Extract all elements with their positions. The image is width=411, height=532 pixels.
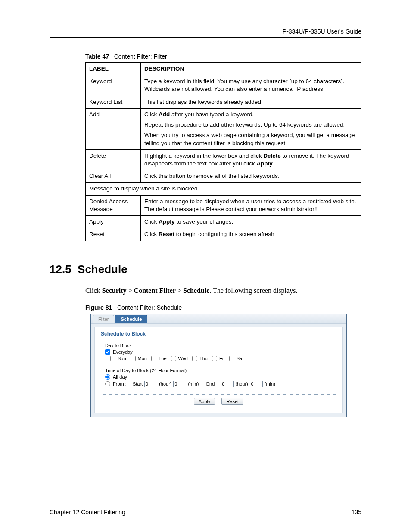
start-hour-input[interactable] <box>144 381 157 387</box>
cell-span: Message to display when a site is blocke… <box>86 183 361 195</box>
th-description: DESCRIPTION <box>141 63 361 75</box>
start-label: Start <box>133 381 143 386</box>
cell-label: Keyword List <box>86 96 141 108</box>
tue-checkbox[interactable] <box>151 356 156 361</box>
reset-button[interactable]: Reset <box>221 398 243 405</box>
everyday-label: Everyday <box>113 349 133 355</box>
figure-caption: Figure 81 Content Filter: Schedule <box>85 304 361 311</box>
sat-checkbox[interactable] <box>229 356 234 361</box>
everyday-row: Everyday <box>105 349 336 355</box>
cell-desc: Enter a message to be displayed when a u… <box>141 195 361 215</box>
allday-label: All day <box>113 374 127 380</box>
table-row: Apply Click Apply to save your changes. <box>86 216 361 228</box>
table-row: Clear All Click this button to remove al… <box>86 170 361 183</box>
end-label: End <box>206 381 215 386</box>
table-row: Keyword Type a keyword in this field. Yo… <box>86 75 361 96</box>
figure-number: Figure 81 <box>85 304 112 311</box>
cell-desc: Click Apply to save your changes. <box>141 216 361 228</box>
cell-label: Denied Access Message <box>86 195 141 215</box>
end-min-input[interactable] <box>250 381 263 387</box>
cell-desc: Highlight a keyword in the lower box and… <box>141 149 361 170</box>
hour-label: (hour) <box>159 381 171 386</box>
tabs-bar: Filter Schedule <box>91 314 346 324</box>
cell-desc: Click this button to remove all of the l… <box>141 170 361 183</box>
apply-button[interactable]: Apply <box>194 398 215 405</box>
button-row: Apply Reset <box>101 394 336 405</box>
page-header: P-334U/P-335U User's Guide <box>50 28 361 38</box>
footer-chapter: Chapter 12 Content Filtering <box>50 509 125 516</box>
table-row: Delete Highlight a keyword in the lower … <box>86 149 361 170</box>
day-to-block-label: Day to Block <box>105 343 336 348</box>
cell-label: Apply <box>86 216 141 228</box>
tab-schedule[interactable]: Schedule <box>115 315 147 323</box>
from-label: From : <box>113 381 127 386</box>
table-row: Reset Click Reset to begin configuring t… <box>86 228 361 241</box>
cell-desc: Click Reset to begin configuring this sc… <box>141 228 361 241</box>
section-intro: Click Security > Content Filter > Schedu… <box>85 287 361 295</box>
panel-title: Schedule to Block <box>101 331 336 337</box>
days-row: Sun Mon Tue Wed Thu Fri Sat <box>110 356 336 361</box>
table-caption: Table 47 Content Filter: Filter <box>85 53 361 60</box>
table-row: Denied Access Message Enter a message to… <box>86 195 361 215</box>
from-radio[interactable] <box>105 381 110 386</box>
cell-desc: Click Add after you have typed a keyword… <box>141 108 361 149</box>
section-heading: 12.5 Schedule <box>50 263 361 276</box>
footer-page: 135 <box>352 509 361 516</box>
allday-row: All day <box>105 374 336 380</box>
guide-title: P-334U/P-335U User's Guide <box>283 28 361 35</box>
fri-checkbox[interactable] <box>212 356 217 361</box>
wed-checkbox[interactable] <box>171 356 176 361</box>
min-label2: (min) <box>265 381 275 386</box>
table-row: Keyword List This list displays the keyw… <box>86 96 361 108</box>
from-row: From : Start (hour) (min) End (hour) (mi… <box>105 381 336 387</box>
cell-label: Keyword <box>86 75 141 96</box>
table-row: Message to display when a site is blocke… <box>86 183 361 195</box>
hour-label2: (hour) <box>235 381 248 386</box>
tod-label: Time of Day to Block (24-Hour Format) <box>105 368 336 373</box>
cell-label: Clear All <box>86 170 141 183</box>
schedule-screenshot: Filter Schedule Schedule to Block Day to… <box>90 314 347 417</box>
th-label: LABEL <box>86 63 141 75</box>
cell-label: Add <box>86 108 141 149</box>
cell-label: Delete <box>86 149 141 170</box>
table-number: Table 47 <box>85 53 109 60</box>
table-title: Content Filter: Filter <box>114 53 167 60</box>
figure-title: Content Filter: Schedule <box>117 304 182 311</box>
tab-filter[interactable]: Filter <box>93 315 114 323</box>
filter-table: LABEL DESCRIPTION Keyword Type a keyword… <box>85 62 361 241</box>
start-min-input[interactable] <box>173 381 186 387</box>
sun-checkbox[interactable] <box>110 356 115 361</box>
everyday-checkbox[interactable] <box>105 349 110 355</box>
cell-label: Reset <box>86 228 141 241</box>
cell-desc: This list displays the keywords already … <box>141 96 361 108</box>
end-hour-input[interactable] <box>221 381 234 387</box>
min-label: (min) <box>188 381 199 386</box>
section-title-text: Schedule <box>78 263 128 276</box>
schedule-panel: Schedule to Block Day to Block Everyday … <box>94 327 343 413</box>
thu-checkbox[interactable] <box>192 356 197 361</box>
mon-checkbox[interactable] <box>131 356 136 361</box>
table-row: Add Click Add after you have typed a key… <box>86 108 361 149</box>
cell-desc: Type a keyword in this field. You may us… <box>141 75 361 96</box>
page-footer: Chapter 12 Content Filtering 135 <box>50 506 361 516</box>
section-number: 12.5 <box>50 263 72 276</box>
allday-radio[interactable] <box>105 374 110 380</box>
